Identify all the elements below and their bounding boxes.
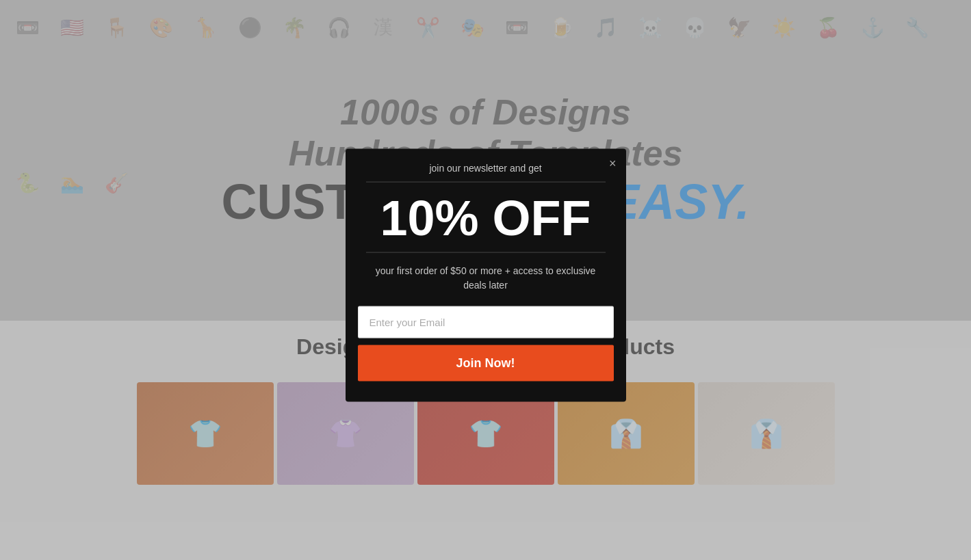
- modal-header: join our newsletter and get 10% OFF your…: [346, 148, 626, 292]
- email-input[interactable]: [358, 306, 614, 338]
- modal-divider-top: [366, 181, 606, 182]
- modal-divider-bottom: [366, 252, 606, 252]
- modal-discount: 10% OFF: [366, 193, 606, 242]
- modal-body: Join Now!: [346, 306, 626, 381]
- modal-subtitle: join our newsletter and get: [366, 162, 606, 173]
- modal-description: your first order of $50 or more + access…: [366, 263, 606, 292]
- page-background: 📼 🇺🇸 🪑 🎨 🦒 ⚫ 🌴 🎧 漢 ✂️ 🎭 📼 🍺 🎵 ☠️ 💀 🦅 ☀️ …: [0, 0, 971, 560]
- join-now-button[interactable]: Join Now!: [358, 345, 614, 381]
- newsletter-modal: × join our newsletter and get 10% OFF yo…: [346, 148, 626, 401]
- modal-close-button[interactable]: ×: [609, 157, 617, 169]
